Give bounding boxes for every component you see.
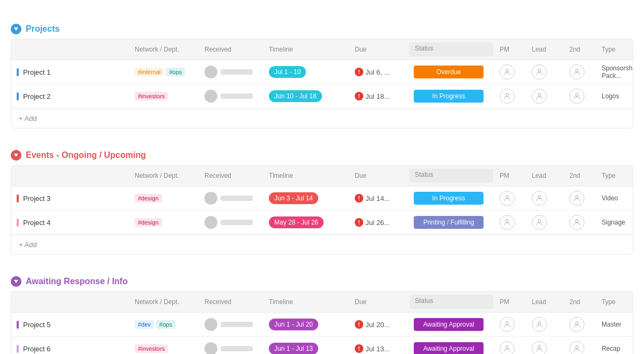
tag[interactable]: #ops — [156, 320, 175, 329]
avatar — [500, 64, 515, 80]
col-header-2: Received — [199, 44, 264, 55]
timeline-cell[interactable]: Jul 1 - 10 — [264, 62, 349, 82]
project-name[interactable]: Project 2 — [23, 92, 50, 100]
timeline-cell[interactable]: Jun 10 - Jul 18 — [264, 86, 349, 106]
tag[interactable]: #investors — [135, 92, 168, 100]
tag[interactable]: #internal — [135, 68, 164, 76]
status-cell[interactable]: Printing / Fulfilling — [408, 212, 494, 233]
status-badge[interactable]: Printing / Fulfilling — [414, 216, 484, 229]
received-avatar — [204, 216, 217, 229]
pm-cell[interactable] — [494, 60, 526, 84]
pm-cell[interactable] — [494, 211, 526, 234]
lead-cell[interactable] — [526, 211, 564, 234]
col-header-0 — [11, 296, 129, 308]
add-row-events[interactable]: + Add — [11, 235, 633, 254]
type-text: Video — [602, 194, 618, 202]
timeline-badge[interactable]: Jun 1 - Jul 13 — [269, 343, 318, 354]
col-header-3: Timeline — [264, 170, 349, 182]
project-name-cell: Project 5 — [11, 316, 129, 333]
status-badge[interactable]: In Progress — [414, 192, 484, 205]
status-badge[interactable]: Overdue — [414, 66, 484, 78]
col-header-9: Type — [596, 44, 633, 55]
svg-marker-14 — [14, 280, 18, 283]
section-header-awaiting: Awaiting Response / Info — [11, 276, 633, 287]
lead-cell[interactable] — [526, 84, 564, 108]
second-cell[interactable] — [564, 60, 596, 84]
tag[interactable]: #investors — [135, 344, 168, 353]
table-events: Network / Dept.ReceivedTimelineDueStatus… — [11, 165, 633, 255]
second-cell[interactable] — [564, 337, 596, 354]
second-cell[interactable] — [564, 211, 596, 234]
project-name[interactable]: Project 4 — [23, 219, 50, 227]
row-indicator — [17, 219, 19, 227]
tags-cell: #investors — [129, 88, 199, 105]
avatar — [532, 89, 547, 104]
second-cell[interactable] — [564, 84, 596, 108]
due-date: Jul 13... — [365, 345, 390, 353]
lead-cell[interactable] — [526, 60, 564, 84]
due-date: Jul 6, ... — [365, 68, 390, 76]
project-name[interactable]: Project 1 — [23, 68, 50, 76]
received-bar — [221, 69, 253, 75]
svg-point-11 — [506, 220, 508, 222]
status-cell[interactable]: In Progress — [408, 187, 494, 209]
status-cell[interactable]: Awaiting Approval — [408, 338, 494, 354]
section-toggle-projects[interactable] — [11, 24, 21, 34]
project-name[interactable]: Project 6 — [23, 345, 50, 353]
col-header-1: Network / Dept. — [129, 296, 199, 308]
timeline-cell[interactable]: Jun 3 - Jul 14 — [264, 188, 349, 208]
pm-cell[interactable] — [494, 186, 526, 210]
type-cell: Sponsorship Pack... — [596, 60, 633, 84]
pm-cell[interactable] — [494, 313, 526, 336]
section-toggle-events[interactable] — [11, 150, 21, 161]
pm-cell[interactable] — [494, 84, 526, 108]
lead-cell[interactable] — [526, 186, 564, 210]
svg-point-19 — [538, 346, 540, 349]
svg-marker-0 — [14, 27, 18, 31]
row-indicator — [17, 321, 19, 329]
col-header-0 — [11, 170, 129, 182]
timeline-badge[interactable]: May 28 - Jul 26 — [269, 216, 324, 228]
tag[interactable]: #dev — [135, 320, 154, 329]
svg-point-15 — [506, 322, 508, 324]
status-cell[interactable]: Overdue — [408, 61, 494, 83]
status-badge[interactable]: Awaiting Approval — [414, 342, 484, 354]
svg-marker-7 — [14, 154, 18, 157]
second-cell[interactable] — [564, 313, 596, 336]
section-toggle-awaiting[interactable] — [11, 276, 21, 287]
lead-cell[interactable] — [526, 337, 564, 354]
col-header-2: Received — [199, 296, 264, 308]
col-header-7: Lead — [526, 296, 564, 308]
pm-cell[interactable] — [494, 337, 526, 354]
tags-cell: #dev#ops — [129, 316, 199, 333]
col-header-3: Timeline — [264, 296, 349, 308]
tag[interactable]: #ops — [166, 68, 185, 76]
timeline-badge[interactable]: Jun 10 - Jul 18 — [269, 90, 322, 102]
tag[interactable]: #design — [135, 218, 162, 227]
timeline-cell[interactable]: May 28 - Jul 26 — [264, 212, 349, 233]
section-title-awaiting: Awaiting Response / Info — [26, 277, 128, 286]
lead-cell[interactable] — [526, 313, 564, 336]
timeline-cell[interactable]: Jun 1 - Jul 20 — [264, 314, 349, 335]
second-cell[interactable] — [564, 186, 596, 210]
table-header-events: Network / Dept.ReceivedTimelineDueStatus… — [11, 165, 633, 186]
tags-cell: #design — [129, 214, 199, 231]
add-row-projects[interactable]: + Add — [11, 109, 633, 128]
tag[interactable]: #design — [135, 194, 162, 203]
status-cell[interactable]: Awaiting Approval — [408, 314, 494, 335]
timeline-cell[interactable]: Jun 1 - Jul 13 — [264, 338, 349, 354]
status-cell[interactable]: In Progress — [408, 85, 494, 107]
received-bar — [221, 93, 253, 99]
col-header-2: Received — [199, 170, 264, 182]
avatar — [569, 341, 584, 354]
timeline-badge[interactable]: Jul 1 - 10 — [269, 66, 306, 78]
status-badge[interactable]: Awaiting Approval — [414, 318, 484, 331]
timeline-badge[interactable]: Jun 3 - Jul 14 — [269, 192, 318, 204]
status-badge[interactable]: In Progress — [414, 90, 484, 103]
project-name[interactable]: Project 3 — [23, 194, 50, 203]
project-name[interactable]: Project 5 — [23, 321, 50, 329]
timeline-badge[interactable]: Jun 1 - Jul 20 — [269, 319, 318, 330]
received-bar — [221, 220, 253, 225]
col-header-9: Type — [596, 170, 633, 182]
type-text: Signage — [602, 219, 625, 226]
